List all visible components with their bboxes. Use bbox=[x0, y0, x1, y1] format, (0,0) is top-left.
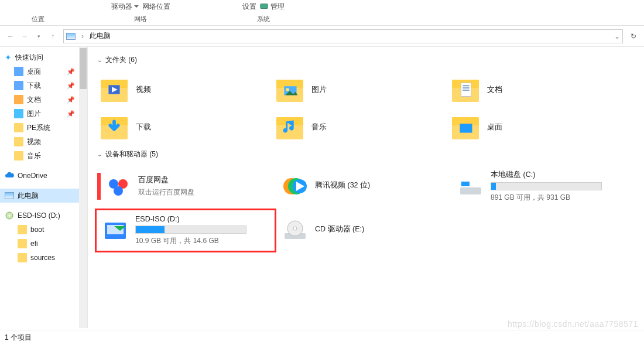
folder-tile[interactable]: 下载 bbox=[95, 108, 270, 146]
device-drive-d[interactable]: ESD-ISO (D:) 10.9 GB 可用，共 14.6 GB bbox=[95, 209, 276, 252]
chevron-down-icon: ⌄ bbox=[97, 57, 102, 63]
device-name: 百度网盘 bbox=[138, 175, 270, 185]
ribbon-drives[interactable]: 驱动器 bbox=[111, 2, 139, 12]
sidebar-item[interactable]: PE系统 bbox=[0, 121, 80, 135]
nav-forward: → bbox=[18, 29, 32, 43]
device-capacity: 891 GB 可用，共 931 GB bbox=[491, 193, 610, 203]
folder-icon bbox=[14, 151, 23, 160]
device-name: ESD-ISO (D:) bbox=[135, 215, 269, 223]
ribbon-netlocation[interactable]: 网络位置 bbox=[142, 2, 170, 12]
svg-rect-7 bbox=[463, 85, 470, 86]
ribbon-manage[interactable]: 管理 bbox=[260, 2, 285, 12]
sidebar-item[interactable]: 文档📌 bbox=[0, 93, 80, 107]
sidebar: ✦ 快速访问 桌面📌下载📌文档📌图片📌PE系统视频音乐 OneDrive 此电脑… bbox=[0, 47, 88, 328]
svg-point-2 bbox=[9, 215, 11, 217]
folder-tile[interactable]: 桌面 bbox=[446, 108, 622, 146]
svg-point-5 bbox=[286, 88, 289, 91]
refresh-button[interactable]: ↻ bbox=[626, 29, 640, 43]
sidebar-label: ESD-ISO (D:) bbox=[18, 211, 60, 220]
device-name: 腾讯视频 (32 位) bbox=[315, 180, 446, 190]
disc-icon bbox=[5, 211, 14, 220]
folder-icon bbox=[452, 114, 479, 141]
device-drive-c[interactable]: 本地磁盘 (C:) 891 GB 可用，共 931 GB bbox=[452, 165, 616, 207]
sidebar-onedrive[interactable]: OneDrive bbox=[0, 169, 80, 183]
sidebar-esd[interactable]: ESD-ISO (D:) bbox=[0, 209, 80, 223]
sidebar-item[interactable]: 视频 bbox=[0, 135, 80, 149]
pc-icon bbox=[66, 33, 76, 40]
folder-icon bbox=[276, 76, 303, 103]
baidu-icon bbox=[105, 173, 131, 199]
ribbon-group-location: 位置 bbox=[0, 15, 76, 23]
sidebar-item-label: 视频 bbox=[27, 137, 41, 147]
folder-name: 文档 bbox=[487, 84, 502, 95]
address-dropdown[interactable]: ⌄ bbox=[614, 32, 620, 40]
sidebar-item-label: boot bbox=[30, 226, 44, 234]
device-name: 本地磁盘 (C:) bbox=[491, 170, 610, 180]
status-bar: 1 个项目 bbox=[0, 330, 644, 345]
folder-icon bbox=[14, 109, 23, 118]
section-folders[interactable]: ⌄ 文件夹 (6) bbox=[97, 55, 644, 65]
device-drive-e[interactable]: CD 驱动器 (E:) bbox=[276, 209, 452, 252]
sidebar-item[interactable]: 桌面📌 bbox=[0, 64, 80, 78]
ribbon-group-network: 网络 bbox=[76, 15, 205, 23]
sidebar-item-label: 文档 bbox=[27, 95, 41, 105]
ribbon-settings[interactable]: 设置 bbox=[242, 2, 256, 12]
address-box[interactable]: › 此电脑 ⌄ bbox=[63, 29, 623, 43]
sidebar-item[interactable]: 图片📌 bbox=[0, 107, 80, 121]
section-title: 文件夹 (6) bbox=[105, 55, 137, 65]
svg-point-24 bbox=[293, 227, 297, 230]
folder-name: 图片 bbox=[311, 84, 327, 95]
folder-icon bbox=[18, 225, 27, 234]
cd-icon bbox=[282, 218, 308, 244]
selection-marker bbox=[97, 173, 101, 200]
sidebar-item[interactable]: sources bbox=[0, 251, 80, 265]
sidebar-item-label: 音乐 bbox=[27, 151, 41, 161]
nav-recent[interactable]: ▾ bbox=[32, 29, 46, 43]
sidebar-item[interactable]: efi bbox=[0, 237, 80, 251]
sidebar-label: OneDrive bbox=[18, 172, 47, 180]
folder-tile[interactable]: 文档 bbox=[446, 71, 622, 108]
folder-tile[interactable]: 视频 bbox=[95, 71, 270, 108]
device-capacity: 10.9 GB 可用，共 14.6 GB bbox=[135, 236, 269, 246]
content-area: ⌄ 文件夹 (6) 视频图片文档下载音乐桌面 ⌄ 设备和驱动器 (5) 百度网盘… bbox=[88, 47, 644, 328]
folder-name: 下载 bbox=[136, 122, 151, 132]
folder-icon bbox=[18, 239, 27, 248]
sidebar-item-label: 桌面 bbox=[27, 67, 41, 77]
device-tencent[interactable]: 腾讯视频 (32 位) bbox=[276, 165, 452, 207]
nav-up[interactable]: ↑ bbox=[46, 29, 60, 43]
svg-rect-9 bbox=[463, 90, 470, 91]
install-disc-icon bbox=[102, 218, 128, 244]
folder-icon bbox=[101, 114, 128, 141]
device-name: CD 驱动器 (E:) bbox=[315, 224, 446, 234]
folder-icon bbox=[101, 76, 128, 103]
sidebar-item[interactable]: 音乐 bbox=[0, 149, 80, 163]
sidebar-item-label: 图片 bbox=[27, 109, 41, 119]
nav-back[interactable]: ← bbox=[4, 29, 18, 43]
breadcrumb-sep: › bbox=[81, 32, 84, 40]
sidebar-item-label: PE系统 bbox=[27, 123, 50, 133]
chevron-down-icon: ⌄ bbox=[97, 151, 102, 158]
sidebar-label: 此电脑 bbox=[18, 191, 39, 201]
sidebar-scrollbar[interactable] bbox=[79, 47, 87, 328]
folder-icon bbox=[14, 123, 23, 132]
folder-name: 音乐 bbox=[311, 122, 327, 132]
sidebar-item[interactable]: 下载📌 bbox=[0, 78, 80, 93]
star-icon: ✦ bbox=[5, 53, 12, 62]
address-bar: ← → ▾ ↑ › 此电脑 ⌄ ↻ bbox=[0, 26, 644, 47]
section-devices[interactable]: ⌄ 设备和驱动器 (5) bbox=[97, 149, 644, 159]
breadcrumb-thispc[interactable]: 此电脑 bbox=[86, 31, 114, 41]
folder-tile[interactable]: 音乐 bbox=[270, 108, 446, 146]
folder-icon bbox=[14, 81, 23, 90]
sidebar-quick-access[interactable]: ✦ 快速访问 bbox=[0, 50, 80, 64]
pc-icon bbox=[5, 192, 14, 199]
pin-icon: 📌 bbox=[67, 82, 75, 90]
tencent-icon bbox=[282, 173, 308, 199]
sidebar-label: 快速访问 bbox=[15, 53, 43, 63]
svg-rect-10 bbox=[460, 124, 472, 132]
sidebar-item[interactable]: boot bbox=[0, 223, 80, 237]
device-baidu[interactable]: 百度网盘 双击运行百度网盘 bbox=[95, 165, 276, 207]
folder-tile[interactable]: 图片 bbox=[270, 71, 446, 108]
section-title: 设备和驱动器 (5) bbox=[105, 149, 158, 159]
sidebar-thispc[interactable]: 此电脑 bbox=[0, 189, 80, 203]
svg-rect-8 bbox=[463, 87, 470, 88]
